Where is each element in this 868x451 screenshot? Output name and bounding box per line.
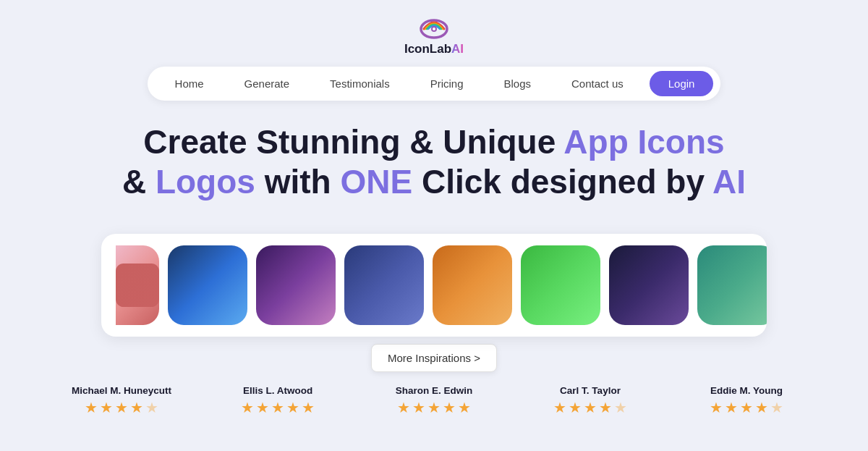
nav-item-generate[interactable]: Generate	[224, 72, 310, 96]
showcase-icon-piano: 🎹	[344, 245, 424, 325]
svg-text:⛅: ⛅	[184, 262, 231, 307]
star-2: ★	[412, 399, 425, 416]
hero-headline: Create Stunning & Unique App Icons & Log…	[14, 122, 854, 202]
testimonial-eddie: Eddie M. Young ★ ★ ★ ★ ★	[668, 385, 825, 416]
stars-ellis: ★ ★ ★ ★ ★	[207, 399, 349, 416]
header: IconLabAI Home Generate Testimonials Pri…	[0, 0, 868, 101]
showcase-icon-robot-char: 🤖	[256, 245, 336, 325]
more-inspirations-container: More Inspirations >	[14, 344, 854, 372]
star-3: ★	[740, 399, 753, 416]
svg-text:🎹: 🎹	[361, 262, 408, 307]
star-1: ★	[710, 399, 723, 416]
reviewer-name-michael: Michael M. Huneycutt	[51, 385, 192, 396]
icons-showcase: 🌸 ⛅ 🤖 🎹	[101, 234, 767, 337]
logo-area: IconLabAI	[404, 13, 464, 56]
svg-text:📖: 📖	[537, 262, 584, 307]
star-1: ★	[397, 399, 410, 416]
testimonial-ellis: Ellis L. Atwood ★ ★ ★ ★ ★	[200, 385, 356, 416]
testimonials-section: Michael M. Huneycutt ★ ★ ★ ★ ★ Ellis L. …	[0, 385, 868, 416]
showcase-icon-bike: 🚲	[433, 245, 512, 325]
main-nav: Home Generate Testimonials Pricing Blogs…	[148, 67, 721, 101]
logo-icon	[418, 13, 450, 39]
star-3: ★	[584, 399, 597, 416]
stars-carl: ★ ★ ★ ★ ★	[519, 399, 661, 416]
hero-line1: Create Stunning & Unique App Icons	[143, 123, 724, 161]
svg-text:👾: 👾	[626, 262, 673, 307]
logo-text: IconLabAI	[404, 42, 464, 56]
star-4: ★	[443, 399, 456, 416]
testimonial-sharon: Sharon E. Edwin ★ ★ ★ ★ ★	[356, 385, 512, 416]
star-2: ★	[725, 399, 738, 416]
svg-text:🤖: 🤖	[273, 262, 320, 307]
star-4: ★	[130, 399, 143, 416]
nav-item-contact[interactable]: Contact us	[551, 72, 644, 96]
star-2: ★	[569, 399, 582, 416]
reviewer-name-carl: Carl T. Taylor	[519, 385, 661, 396]
star-5: ★	[458, 399, 471, 416]
reviewer-name-sharon: Sharon E. Edwin	[363, 385, 505, 396]
star-2: ★	[256, 399, 269, 416]
star-5: ★	[770, 399, 783, 416]
star-3: ★	[427, 399, 441, 416]
svg-rect-3	[116, 264, 159, 307]
stars-sharon: ★ ★ ★ ★ ★	[363, 399, 505, 416]
stars-eddie: ★ ★ ★ ★ ★	[676, 399, 817, 416]
nav-item-testimonials[interactable]: Testimonials	[310, 72, 410, 96]
testimonial-michael: Michael M. Huneycutt ★ ★ ★ ★ ★	[43, 385, 200, 416]
svg-text:🚚: 🚚	[714, 262, 761, 307]
star-1: ★	[85, 399, 98, 416]
svg-point-2	[433, 28, 435, 30]
reviewer-name-eddie: Eddie M. Young	[676, 385, 817, 396]
nav-item-blogs[interactable]: Blogs	[484, 72, 552, 96]
star-1: ★	[553, 399, 566, 416]
svg-text:🚲: 🚲	[449, 262, 496, 307]
star-2: ★	[100, 399, 113, 416]
star-5: ★	[614, 399, 627, 416]
login-button[interactable]: Login	[650, 71, 714, 96]
showcase-icon-book: 📖	[521, 245, 600, 325]
nav-item-pricing[interactable]: Pricing	[410, 72, 484, 96]
star-3: ★	[115, 399, 128, 416]
nav-item-home[interactable]: Home	[155, 72, 224, 96]
showcase-icon-robot: 👾	[609, 245, 689, 325]
hero-line2: & Logos with ONE Click designed by AI	[122, 163, 746, 201]
star-5: ★	[145, 399, 158, 416]
more-inspirations-button[interactable]: More Inspirations >	[371, 344, 497, 372]
stars-michael: ★ ★ ★ ★ ★	[51, 399, 192, 416]
testimonial-carl: Carl T. Taylor ★ ★ ★ ★ ★	[512, 385, 668, 416]
partial-left-icon: 🌸	[116, 245, 159, 325]
showcase-icon-cloud: ⛅	[168, 245, 247, 325]
hero-section: Create Stunning & Unique App Icons & Log…	[0, 101, 868, 372]
star-1: ★	[241, 399, 254, 416]
reviewer-name-ellis: Ellis L. Atwood	[207, 385, 349, 396]
star-4: ★	[599, 399, 612, 416]
star-4: ★	[755, 399, 768, 416]
star-4: ★	[286, 399, 299, 416]
star-3: ★	[271, 399, 284, 416]
showcase-icon-truck: 🚚	[697, 245, 767, 325]
star-5: ★	[302, 399, 315, 416]
